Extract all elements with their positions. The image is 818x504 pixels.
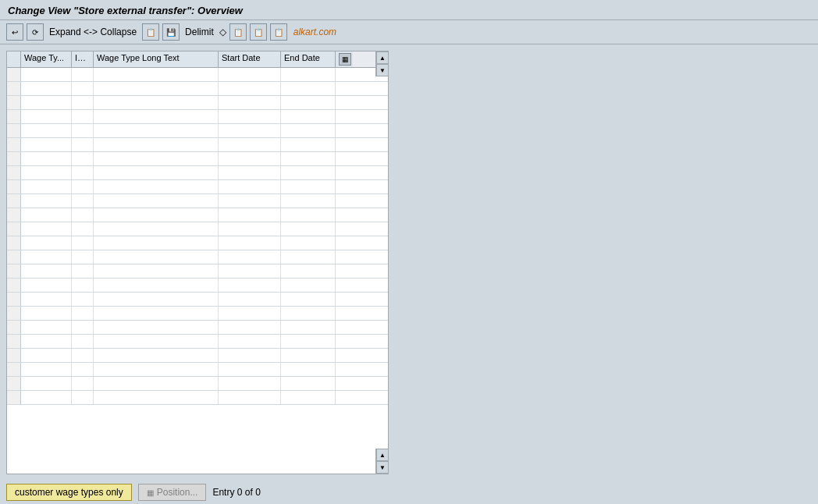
- table-row[interactable]: [7, 138, 388, 152]
- table-body: ▲ ▼: [7, 68, 388, 474]
- table-row[interactable]: [7, 222, 388, 236]
- table-row[interactable]: [7, 208, 388, 222]
- save-button[interactable]: 💾: [162, 23, 180, 41]
- col-header-startdate: Start Date: [219, 51, 281, 67]
- delimit-button[interactable]: Delimit: [183, 25, 216, 39]
- main-content: Wage Ty... Inf... Wage Type Long Text St…: [0, 44, 818, 481]
- table-row[interactable]: [7, 335, 388, 349]
- table-rows: [7, 68, 388, 474]
- back-button[interactable]: ↩: [6, 23, 23, 41]
- table-row[interactable]: [7, 391, 388, 405]
- copy-button[interactable]: 📋: [142, 23, 159, 41]
- table-row[interactable]: [7, 110, 388, 124]
- table-row[interactable]: [7, 279, 388, 293]
- col-header-checkbox: [7, 51, 21, 67]
- table-btn3[interactable]: 📋: [270, 23, 287, 41]
- table-row[interactable]: [7, 377, 388, 391]
- main-window: Change View "Store external transfer": O…: [0, 0, 818, 504]
- table-row[interactable]: [7, 321, 388, 335]
- table-row[interactable]: [7, 236, 388, 250]
- column-settings-icon[interactable]: ▦: [339, 53, 351, 66]
- expand-collapse-button[interactable]: Expand <-> Collapse: [47, 25, 139, 39]
- refresh-button[interactable]: ⟳: [27, 23, 44, 41]
- position-icon: ▦: [147, 488, 154, 497]
- col-header-enddate: End Date: [281, 51, 336, 67]
- table-row[interactable]: [7, 194, 388, 208]
- table-row[interactable]: [7, 124, 388, 138]
- table-row[interactable]: [7, 250, 388, 264]
- table-row[interactable]: [7, 96, 388, 110]
- table-btn2[interactable]: 📋: [250, 23, 267, 41]
- table-row[interactable]: [7, 152, 388, 166]
- col-header-settings: ▦: [336, 51, 353, 67]
- scroll-bottom-up-button[interactable]: ▲: [376, 449, 388, 461]
- table-header: Wage Ty... Inf... Wage Type Long Text St…: [7, 51, 388, 68]
- table-row[interactable]: [7, 293, 388, 307]
- table-area: Wage Ty... Inf... Wage Type Long Text St…: [6, 51, 389, 474]
- title-bar: Change View "Store external transfer": O…: [0, 0, 818, 20]
- table-row[interactable]: [7, 363, 388, 377]
- table-row[interactable]: [7, 68, 388, 82]
- col-header-wagety: Wage Ty...: [21, 51, 72, 67]
- toolbar: ↩ ⟳ Expand <-> Collapse 📋 💾 Delimit ◇ 📋 …: [0, 20, 818, 44]
- col-header-longtext: Wage Type Long Text: [94, 51, 219, 67]
- table-row[interactable]: [7, 82, 388, 96]
- table-row[interactable]: [7, 264, 388, 279]
- table-row[interactable]: [7, 307, 388, 321]
- window-title: Change View "Store external transfer": O…: [8, 5, 243, 16]
- table-row[interactable]: [7, 349, 388, 363]
- scroll-up-button[interactable]: ▲: [376, 51, 389, 64]
- col-header-inf: Inf...: [72, 51, 94, 67]
- table-btn1[interactable]: 📋: [229, 23, 247, 41]
- position-button: ▦ Position...: [138, 484, 207, 501]
- customer-wage-types-button[interactable]: customer wage types only: [6, 484, 132, 501]
- table-row[interactable]: [7, 180, 388, 194]
- watermark-text: alkart.com: [293, 27, 336, 37]
- scroll-bottom-down-button[interactable]: ▼: [376, 461, 388, 474]
- table-row[interactable]: [7, 166, 388, 180]
- footer-area: customer wage types only ▦ Position... E…: [0, 481, 818, 504]
- entry-count-label: Entry 0 of 0: [212, 487, 260, 498]
- diamond-icon[interactable]: ◇: [219, 27, 226, 37]
